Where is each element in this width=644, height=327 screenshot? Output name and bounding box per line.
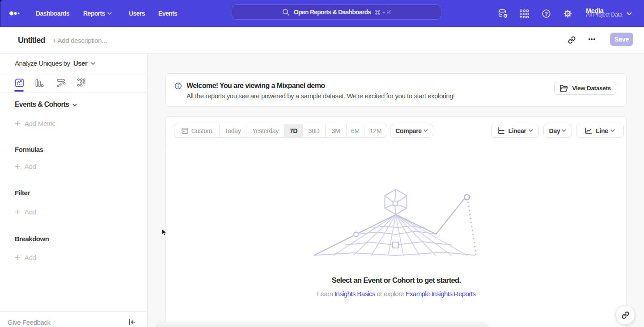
svg-text:?: ? <box>545 11 548 17</box>
